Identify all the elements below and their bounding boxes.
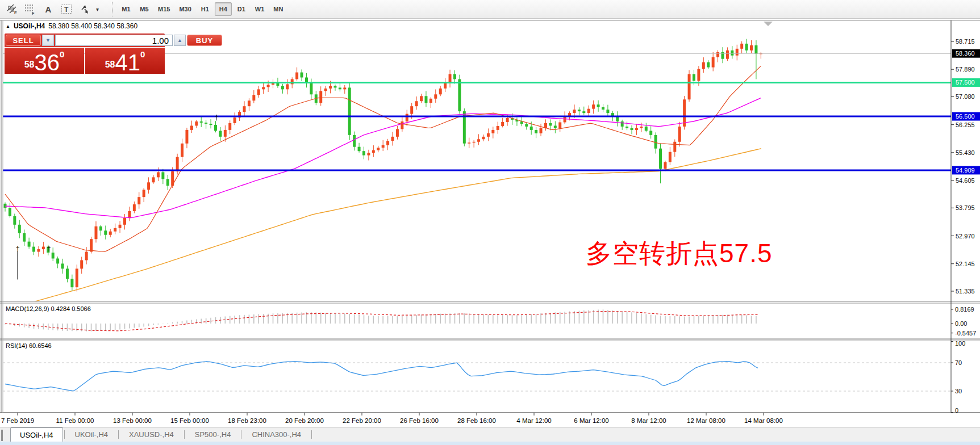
candle-bear [602,107,604,110]
time-axis-label: 20 Feb 20:00 [285,417,324,424]
arrow-tools-dropdown-icon[interactable]: ▾ [95,2,103,16]
buy-price-display[interactable]: 58 41 0 [85,48,165,74]
tab-china300-h4[interactable]: CHINA300-,H4 [243,427,310,442]
candle-bear [453,74,456,79]
candle-bear [104,230,107,234]
candle-bull [324,89,327,91]
candle-bull [367,153,370,155]
volume-decrease-button[interactable]: ▼ [42,35,54,46]
tab-separator [241,430,241,439]
candle-bull [262,87,265,89]
collapse-arrow-icon[interactable]: ▲ [6,24,10,29]
candle-bull [137,197,140,204]
tab-usoil-h4[interactable]: USOil-,H4 [10,427,63,442]
candle-bull [90,239,93,251]
candle-bull [76,268,78,287]
price-axis-label: 57.080 [956,93,975,100]
candle-bull [152,177,155,182]
timeframe-m15[interactable]: M15 [154,2,174,16]
chart-quote-title: ▲ USOil-,H4 58.380 58.400 58.340 58.360 [6,22,137,30]
candle-bull [396,129,399,136]
toolbar: E F A T [0,0,980,19]
candle-bull [473,142,476,142]
tab-xauusd-h4[interactable]: XAUUSD-,H4 [120,427,183,442]
candle-bull [487,133,490,137]
candle-bull [243,106,246,112]
candle-bear [578,110,581,111]
time-axis-label: 7 Feb 2019 [1,417,34,424]
timeframe-h1[interactable]: H1 [197,2,214,16]
candle-bull [410,106,413,114]
candle-bull [147,182,150,190]
candle-bear [214,125,217,131]
equidistant-channel-icon[interactable]: E [5,2,19,16]
candle-bear [32,247,35,252]
price-axis-label: 55.430 [956,149,975,156]
macd-label: MACD(12,26,9) 0.4284 0.5066 [6,305,91,312]
price-axis-label: 56.255 [956,121,975,128]
tab-ukoil-h4[interactable]: UKOil-,H4 [66,427,118,442]
macd-axis-label: 0.8169 [955,306,974,313]
candle-bull [712,57,715,68]
candle-bull [190,125,193,129]
sell-price-point: 0 [60,50,64,58]
current-price-badge-label: 58.360 [956,50,975,57]
candle-bull [406,114,408,121]
volume-increase-button[interactable]: ▲ [174,35,186,46]
candle-bear [754,45,757,54]
candle-bull [382,145,385,148]
candle-bull [109,232,112,235]
candle-bull [224,130,227,137]
tool-letter: T [64,6,69,14]
candle-bull [195,121,198,125]
timeframe-m5[interactable]: M5 [136,2,153,16]
timeframe-m1[interactable]: M1 [118,2,135,16]
candle-bear [554,125,557,128]
candle-bear [205,123,207,124]
blue-level-badge-label: 54.909 [956,167,975,174]
candle-bull [128,211,131,218]
sell-button[interactable]: SELL [6,35,41,46]
candle-bear [649,131,652,135]
chart-area[interactable]: †††58.71557.89057.08056.25555.43054.6055… [0,19,980,427]
timeframe-mn[interactable]: MN [269,2,287,16]
chevron-down-icon: ▼ [45,37,51,43]
volume-input[interactable] [55,35,173,46]
timeframe-w1[interactable]: W1 [251,2,269,16]
candle-bear [693,74,695,81]
timeframe-h4[interactable]: H4 [215,2,232,16]
text-tool-icon[interactable]: A [41,2,56,16]
candle-bear [659,149,662,169]
time-axis-label: 14 Mar 08:00 [744,417,783,424]
candle-bear [66,268,69,279]
tab-sp500-h4[interactable]: SP500-,H4 [186,427,240,442]
candle-bear [353,135,356,147]
tool-letter: F [32,11,35,15]
timeframe-m30[interactable]: M30 [175,2,195,16]
candle-bear [597,104,600,107]
price-axis-label: 54.605 [956,177,975,184]
candle-bull [635,128,638,130]
candle-bull [497,126,499,130]
text-label-tool-icon[interactable]: T [59,2,74,16]
candle-bull [444,82,447,88]
candle-bull [85,252,88,261]
candle-bull [688,74,691,100]
timeframe-d1[interactable]: D1 [233,2,250,16]
candle-bull [702,62,705,69]
tab-separator [311,430,312,439]
mt4-window: E F A T [0,0,980,445]
price-axis-label: 52.970 [956,233,975,240]
candle-bull [257,89,260,95]
candle-bull [558,122,561,128]
fibonacci-retracement-icon[interactable]: F [23,2,37,16]
candle-bull [678,127,681,142]
sell-price-display[interactable]: 58 36 0 [5,48,84,74]
arrow-tools-icon[interactable] [77,2,92,16]
candle-bear [13,216,16,225]
candle-bull [501,122,504,126]
main-chart-svg[interactable]: †††58.71557.89057.08056.25555.43054.6055… [0,19,980,427]
tab-scroll-marks[interactable] [1,430,7,441]
buy-button[interactable]: BUY [187,35,222,46]
tab-separator [184,430,185,439]
